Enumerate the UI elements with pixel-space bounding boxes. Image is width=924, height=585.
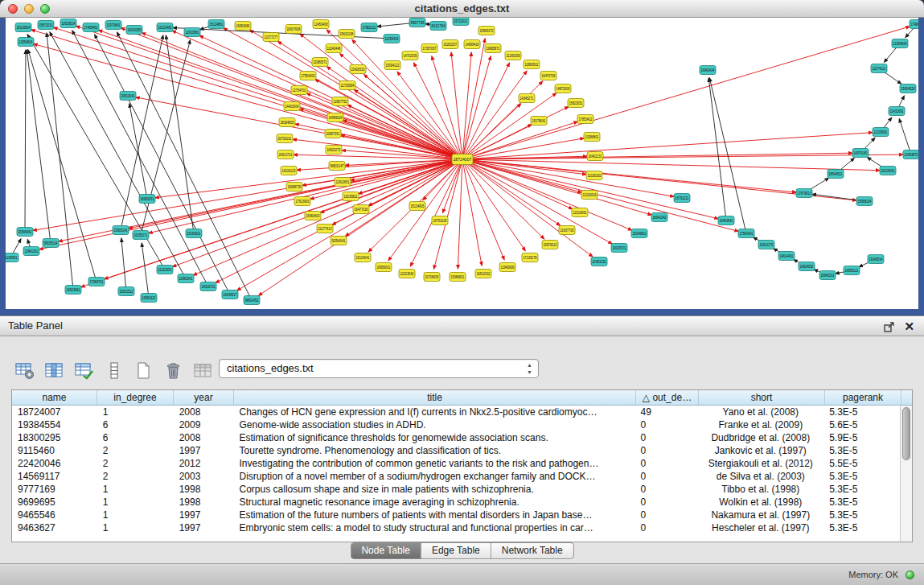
graph-node[interactable]: 16116123 [281,167,297,175]
graph-edge[interactable] [80,161,458,287]
delete-table-icon[interactable] [162,359,184,381]
graph-node[interactable]: 18945201 [819,271,836,280]
rows-icon[interactable] [102,359,125,381]
graph-node[interactable]: 20510041 [120,92,136,101]
graph-node[interactable]: 12223542 [399,270,415,278]
graph-node[interactable]: 15823051 [568,99,584,108]
graph-node[interactable]: 19965871 [485,44,501,53]
graph-node[interactable]: 15632198 [339,30,355,39]
graph-node[interactable]: 20546461 [17,228,33,237]
graph-node[interactable]: 12610651 [335,178,351,187]
graph-edge[interactable] [812,194,860,200]
column-header-title[interactable]: title [234,390,636,405]
graph-node[interactable]: 9254041 [331,237,347,245]
graph-node[interactable]: 12216061 [572,208,588,217]
tab-node-table[interactable]: Node Table [351,543,421,558]
graph-node[interactable]: 15873231 [38,21,54,30]
graph-node[interactable]: 10629514 [60,19,76,28]
graph-edge[interactable] [12,239,21,254]
graph-node[interactable]: 19088739 [286,183,302,192]
graph-edge[interactable] [27,239,30,247]
graph-node[interactable]: 16642434 [700,66,716,75]
graph-node[interactable]: 17458452 [83,23,99,32]
graph-node[interactable]: 18316721 [200,282,216,291]
graph-edge[interactable] [463,163,482,266]
table-source-dropdown[interactable]: citations_edges.txt ▲▼ [219,359,539,378]
graph-edge[interactable] [466,133,873,159]
graph-node[interactable]: 16791211 [674,194,690,203]
graph-node[interactable]: 18184805 [279,118,295,127]
graph-node[interactable]: 18082051 [139,195,155,204]
table-row[interactable]: 1456911722003Disruption of a novel membe… [12,470,900,483]
graph-edge[interactable] [898,96,904,108]
graph-node[interactable]: 16155271 [133,231,149,240]
graph-node[interactable]: 14999024 [327,113,343,122]
graph-node[interactable]: 12450408 [313,20,329,29]
graph-node[interactable]: 15722021 [453,18,469,26]
graph-node[interactable]: 19565370 [478,27,495,35]
graph-node[interactable]: 21222653 [157,266,173,274]
graph-node[interactable]: 14699419 [464,40,480,49]
graph-node[interactable]: 17679913 [796,189,812,198]
graph-node[interactable]: 15094122 [384,61,400,70]
graph-node[interactable]: 18007608 [285,25,302,34]
column-header-in_degree[interactable]: in_degree [97,390,174,405]
graph-node[interactable]: 22080571 [312,58,328,67]
column-header-short[interactable]: short [699,390,825,405]
graph-node[interactable]: 16236811 [343,192,359,201]
graph-edge[interactable] [172,31,458,158]
graph-node[interactable]: 18463941 [718,216,734,225]
graph-edge[interactable] [95,35,228,291]
float-panel-icon[interactable] [884,321,895,336]
graph-edge[interactable] [466,154,903,159]
table-row[interactable]: 977716911998Corpus callosum shape and si… [12,483,900,496]
graph-edge[interactable] [28,50,96,278]
graph-node[interactable]: 12730584 [339,81,355,90]
graph-edge[interactable] [458,163,462,269]
graph-edge[interactable] [388,163,460,261]
table-row[interactable]: 911546021997Tourette syndrome. Phenomeno… [12,444,900,457]
graph-node[interactable]: 16126091 [880,167,896,175]
table-row[interactable]: 1830029562008Estimation of significance … [12,431,900,444]
graph-edge[interactable] [709,78,745,229]
graph-node[interactable]: 17913903 [294,197,310,206]
graph-node[interactable]: 12451032 [591,257,607,266]
graph-edge[interactable] [173,27,388,38]
new-table-icon[interactable] [132,359,154,381]
graph-node[interactable]: 17554300 [300,72,316,80]
graph-node[interactable]: 19245814 [868,255,884,264]
graph-node[interactable]: 15046801 [631,229,647,238]
graph-edge[interactable] [466,159,880,171]
graph-edge[interactable] [50,32,184,275]
graph-node[interactable]: 16954112 [141,294,157,303]
graph-node[interactable]: 8131764 [430,22,446,31]
edit-table-icon[interactable] [72,359,95,381]
table-row[interactable]: 946362711997Embryonic stem cells: a mode… [12,521,900,534]
graph-node[interactable]: 15124861 [208,20,224,29]
graph-node[interactable]: 14614401 [778,252,795,261]
graph-edge[interactable] [33,160,458,231]
graph-edge[interactable] [463,39,485,155]
graph-node[interactable]: 10453872 [903,150,918,159]
graph-edge[interactable] [466,160,718,219]
graph-edge[interactable] [463,56,491,156]
graph-edge[interactable] [47,33,72,286]
graph-node[interactable]: 12274121 [871,64,887,73]
graph-edge[interactable] [25,50,26,228]
graph-node[interactable]: 15160601 [186,229,202,238]
graph-node[interactable]: 15976013 [542,241,558,249]
graph-node[interactable]: 14872009 [555,84,571,93]
graph-edge[interactable] [466,162,544,239]
graph-node[interactable]: 12239581 [873,128,889,137]
graph-node[interactable]: 14702039 [402,51,418,60]
graph-node[interactable]: 15905141 [113,226,129,235]
graph-node[interactable]: 12277277 [263,33,279,42]
graph-node[interactable]: 11283309 [505,51,521,60]
scrollbar-thumb[interactable] [902,407,910,460]
graph-edge[interactable] [466,161,632,230]
graph-node[interactable]: 18126904 [15,23,31,32]
graph-node[interactable]: 18956001 [376,263,392,272]
graph-node[interactable]: 11823861 [184,28,200,37]
table-row[interactable]: 1938455462009Genome-wide association stu… [12,418,900,431]
graph-edge[interactable] [166,35,193,229]
